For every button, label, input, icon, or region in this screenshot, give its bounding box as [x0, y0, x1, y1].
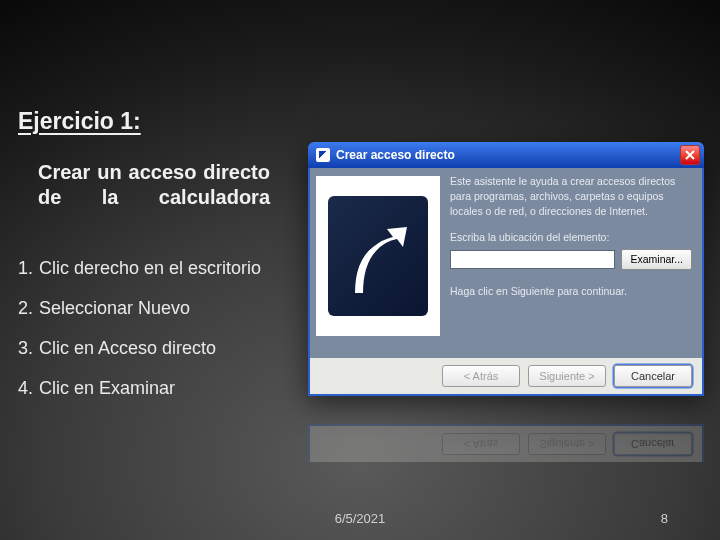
list-item: 4. Clic en Examinar [18, 378, 276, 399]
back-button[interactable]: < Atrás [442, 365, 520, 387]
footer-page-number: 8 [661, 511, 668, 526]
step-text: Clic derecho en el escritorio [39, 258, 276, 279]
location-label: Escriba la ubicación del elemento: [450, 230, 692, 245]
exercise-subtitle: Crear un acceso directo de la calculador… [38, 160, 270, 210]
shortcut-arrow-icon [328, 196, 428, 316]
next-button[interactable]: Siguiente > [528, 365, 606, 387]
continue-instruction: Haga clic en Siguiente para continuar. [450, 284, 692, 299]
browse-button[interactable]: Examinar... [621, 249, 692, 270]
wizard-image-panel [316, 176, 440, 336]
list-item: 2. Seleccionar Nuevo [18, 298, 276, 319]
wizard-dialog: Crear acceso directo Este asistente le a… [308, 142, 704, 396]
location-input[interactable] [450, 250, 615, 269]
step-number: 2. [18, 298, 33, 319]
close-icon [685, 150, 695, 160]
slide: Ejercicio 1: Crear un acceso directo de … [0, 0, 720, 540]
shortcut-titlebar-icon [316, 148, 330, 162]
step-text: Seleccionar Nuevo [39, 298, 276, 319]
dialog-content: Este asistente le ayuda a crear accesos … [450, 174, 692, 350]
step-number: 3. [18, 338, 33, 359]
step-text: Clic en Acceso directo [39, 338, 276, 359]
list-item: 3. Clic en Acceso directo [18, 338, 276, 359]
cancel-button[interactable]: Cancelar [614, 365, 692, 387]
dialog-title: Crear acceso directo [336, 148, 674, 162]
step-number: 4. [18, 378, 33, 399]
dialog-body: Este asistente le ayuda a crear accesos … [308, 168, 704, 358]
dialog-reflection: < Atrás Siguiente > Cancelar [308, 402, 704, 462]
step-number: 1. [18, 258, 33, 279]
exercise-title: Ejercicio 1: [18, 108, 141, 135]
step-list: 1. Clic derecho en el escritorio 2. Sele… [18, 258, 276, 418]
footer-date: 6/5/2021 [0, 511, 720, 526]
list-item: 1. Clic derecho en el escritorio [18, 258, 276, 279]
step-text: Clic en Examinar [39, 378, 276, 399]
close-button[interactable] [680, 145, 700, 165]
wizard-instruction: Este asistente le ayuda a crear accesos … [450, 174, 692, 220]
dialog-button-bar: < Atrás Siguiente > Cancelar [308, 358, 704, 396]
dialog-titlebar: Crear acceso directo [308, 142, 704, 168]
